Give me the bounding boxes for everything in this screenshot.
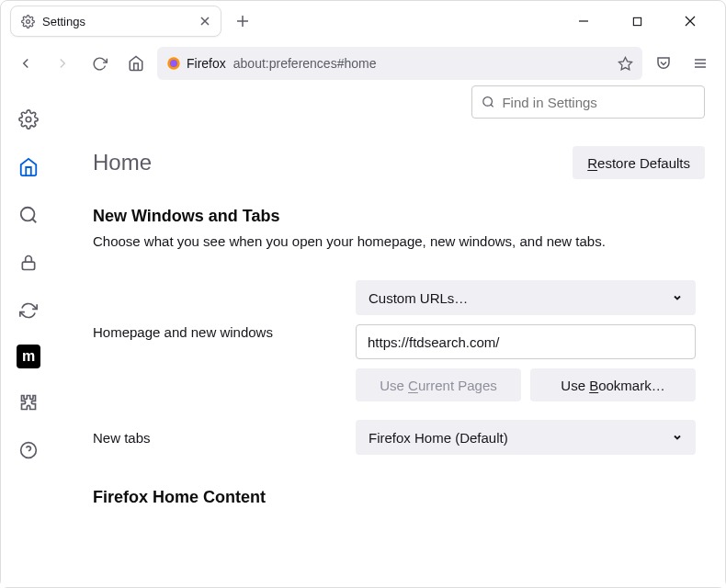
chevron-down-icon bbox=[672, 292, 683, 303]
forward-button[interactable] bbox=[47, 48, 78, 79]
page-title: Home bbox=[93, 150, 152, 175]
identity-box[interactable]: Firefox bbox=[166, 56, 226, 71]
use-current-pages-button[interactable]: Use Current Pages bbox=[356, 368, 521, 401]
tab-title: Settings bbox=[42, 15, 191, 28]
sidebar-privacy[interactable] bbox=[15, 249, 42, 277]
newtabs-mode-dropdown[interactable]: Firefox Home (Default) bbox=[356, 420, 696, 455]
settings-main: Home Restore Defaults New Windows and Ta… bbox=[56, 85, 725, 587]
close-tab-icon[interactable] bbox=[199, 15, 211, 28]
settings-sidebar: m bbox=[1, 85, 56, 587]
chevron-down-icon bbox=[672, 432, 683, 443]
svg-point-3 bbox=[170, 60, 177, 67]
homepage-mode-dropdown[interactable]: Custom URLs… bbox=[356, 280, 696, 315]
save-pocket-icon[interactable] bbox=[648, 48, 679, 79]
help-icon bbox=[19, 441, 38, 459]
app-menu-button[interactable] bbox=[685, 48, 716, 79]
sidebar-search[interactable] bbox=[15, 201, 42, 229]
svg-point-6 bbox=[21, 208, 35, 221]
svg-point-5 bbox=[26, 117, 31, 122]
identity-label: Firefox bbox=[187, 56, 226, 71]
browser-tab[interactable]: Settings bbox=[10, 6, 221, 37]
sidebar-mozilla[interactable]: m bbox=[17, 345, 40, 368]
sidebar-home[interactable] bbox=[15, 153, 42, 181]
home-icon bbox=[18, 157, 39, 177]
lock-icon bbox=[19, 253, 38, 273]
svg-line-12 bbox=[491, 105, 493, 107]
maximize-button[interactable] bbox=[618, 6, 655, 36]
sidebar-help[interactable] bbox=[15, 436, 42, 464]
url-bar[interactable]: Firefox about:preferences#home bbox=[157, 47, 642, 80]
sidebar-extensions[interactable] bbox=[15, 389, 42, 416]
newtabs-label: New tabs bbox=[93, 430, 341, 446]
restore-defaults-button[interactable]: Restore Defaults bbox=[573, 146, 705, 179]
svg-point-11 bbox=[483, 97, 493, 107]
accesskey-letter: C bbox=[408, 378, 418, 393]
back-button[interactable] bbox=[10, 48, 41, 79]
svg-rect-1 bbox=[633, 17, 641, 25]
use-bookmark-button[interactable]: Use Bookmark… bbox=[530, 368, 696, 401]
search-icon bbox=[482, 95, 494, 109]
titlebar: Settings bbox=[1, 1, 725, 41]
close-window-button[interactable] bbox=[672, 6, 709, 36]
sidebar-sync[interactable] bbox=[15, 297, 42, 324]
gear-icon bbox=[20, 14, 35, 28]
puzzle-icon bbox=[19, 393, 38, 412]
home-button[interactable] bbox=[120, 48, 152, 79]
find-input[interactable] bbox=[502, 95, 695, 110]
homepage-label: Homepage and new windows bbox=[93, 280, 341, 340]
dropdown-value: Custom URLs… bbox=[369, 290, 468, 306]
mozilla-icon: m bbox=[22, 348, 35, 365]
section-heading-new-windows: New Windows and Tabs bbox=[93, 207, 705, 226]
section-description: Choose what you see when you open your h… bbox=[93, 233, 705, 249]
firefox-icon bbox=[166, 56, 181, 71]
sync-icon bbox=[19, 301, 38, 320]
svg-point-0 bbox=[26, 19, 29, 23]
svg-line-7 bbox=[32, 219, 36, 222]
dropdown-value: Firefox Home (Default) bbox=[369, 430, 508, 446]
find-in-settings[interactable] bbox=[471, 85, 705, 119]
nav-toolbar: Firefox about:preferences#home bbox=[1, 41, 725, 85]
gear-icon bbox=[18, 109, 39, 130]
accesskey-letter: B bbox=[589, 378, 598, 393]
new-tab-button[interactable] bbox=[229, 7, 256, 35]
reload-button[interactable] bbox=[84, 48, 115, 79]
homepage-url-input[interactable] bbox=[356, 324, 696, 359]
search-icon bbox=[18, 205, 39, 225]
accesskey-letter: R bbox=[587, 155, 597, 171]
section-heading-home-content: Firefox Home Content bbox=[93, 488, 705, 507]
bookmark-star-icon[interactable] bbox=[618, 56, 633, 72]
url-text: about:preferences#home bbox=[233, 56, 377, 71]
svg-rect-8 bbox=[22, 262, 34, 269]
sidebar-general[interactable] bbox=[15, 106, 42, 133]
minimize-button[interactable] bbox=[565, 6, 602, 36]
svg-marker-4 bbox=[618, 57, 631, 69]
